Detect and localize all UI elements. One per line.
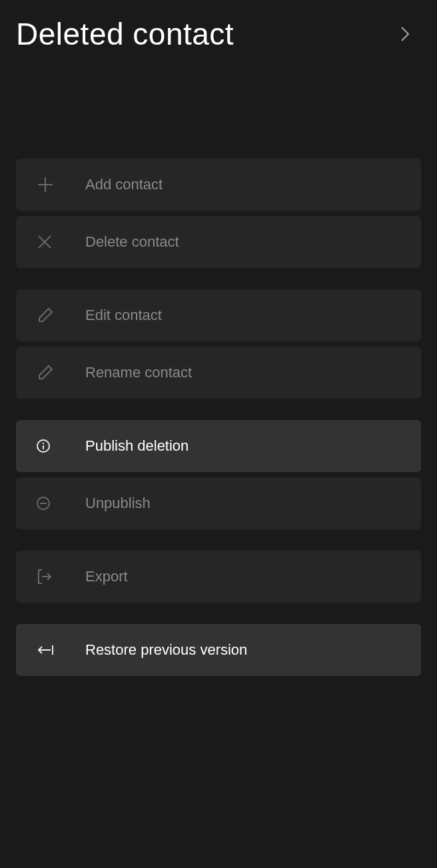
action-label: Rename contact	[85, 364, 192, 381]
restore-previous-version-button[interactable]: Restore previous version	[16, 624, 421, 676]
edit-contact-button[interactable]: Edit contact	[16, 289, 421, 341]
delete-contact-button[interactable]: Delete contact	[16, 216, 421, 268]
page-title: Deleted contact	[16, 16, 234, 52]
action-label: Add contact	[85, 176, 163, 193]
action-label: Delete contact	[85, 233, 179, 251]
header: Deleted contact	[0, 0, 437, 52]
action-label: Publish deletion	[85, 437, 189, 455]
export-button[interactable]: Export	[16, 551, 421, 603]
plus-icon	[16, 175, 85, 194]
rename-contact-button[interactable]: Rename contact	[16, 347, 421, 399]
action-label: Restore previous version	[85, 641, 247, 659]
action-label: Edit contact	[85, 307, 162, 324]
action-label: Export	[85, 568, 128, 585]
close-icon	[16, 233, 85, 251]
circle-minus-icon	[16, 496, 85, 511]
unpublish-button[interactable]: Unpublish	[16, 477, 421, 529]
pencil-icon	[16, 306, 85, 325]
publish-deletion-button[interactable]: Publish deletion	[16, 420, 421, 472]
action-label: Unpublish	[85, 495, 151, 512]
export-icon	[16, 568, 85, 585]
chevron-right-icon[interactable]	[389, 18, 421, 50]
action-group: Add contact Delete contact	[16, 159, 421, 268]
action-group: Restore previous version	[16, 624, 421, 676]
add-contact-button[interactable]: Add contact	[16, 159, 421, 211]
action-list: Add contact Delete contact Edit contact	[0, 159, 437, 676]
action-group: Export	[16, 551, 421, 603]
action-group: Publish deletion Unpublish	[16, 420, 421, 529]
info-icon	[16, 439, 85, 453]
action-group: Edit contact Rename contact	[16, 289, 421, 399]
pencil-icon	[16, 363, 85, 382]
restore-icon	[16, 643, 85, 657]
